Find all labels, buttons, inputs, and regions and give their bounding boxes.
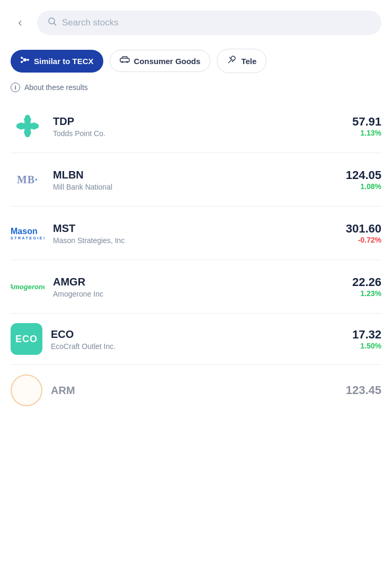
stock-price-mlbn: 124.05	[346, 168, 381, 182]
stock-info-eco: ECO EcoCraft Outlet Inc.	[51, 328, 344, 351]
stock-list: TDP Todds Point Co. 57.91 1.13% MB· MLBN…	[0, 100, 392, 416]
chip-similar-tecx-label: Similar to TECX	[34, 57, 94, 66]
chip-telecom-label: Tele	[241, 57, 256, 66]
stock-change-tdp: 1.13%	[352, 129, 381, 137]
stock-logo-arm	[11, 374, 42, 406]
stock-change-mst: -0.72%	[346, 236, 381, 244]
back-button[interactable]: ‹	[11, 13, 30, 32]
header: ‹ Search stocks	[0, 0, 392, 43]
svg-point-26	[25, 132, 30, 138]
svg-line-1	[54, 23, 56, 25]
stock-logo-amgr: Amogerone	[11, 270, 44, 303]
mlbn-logo-text: MB·	[17, 174, 38, 185]
stock-item-eco[interactable]: ECO ECO EcoCraft Outlet Inc. 17.32 1.50%	[11, 314, 381, 365]
stock-name-eco: EcoCraft Outlet Inc.	[51, 342, 344, 351]
stock-change-eco: 1.50%	[352, 342, 381, 350]
stock-name-mst: Mason Strategies, Inc	[53, 236, 337, 245]
stock-price-mst: 301.60	[346, 222, 381, 236]
stock-info-amgr: AMGR Amogerone Inc	[53, 275, 344, 298]
stock-logo-mlbn: MB·	[11, 163, 44, 196]
stock-price-eco: 17.32	[352, 328, 381, 342]
filter-chips: Similar to TECX Consumer Goods Tele	[0, 43, 392, 81]
satellite-icon	[227, 55, 237, 67]
stock-item-mst[interactable]: Mason STRATEGIES MST Mason Strategies, I…	[11, 207, 381, 260]
svg-point-24	[23, 122, 31, 130]
stock-info-tdp: TDP Todds Point Co.	[53, 115, 344, 138]
chip-consumer-goods[interactable]: Consumer Goods	[110, 50, 211, 72]
stock-price-wrap-mlbn: 124.05 1.08%	[346, 168, 381, 191]
stock-ticker-mlbn: MLBN	[53, 168, 337, 181]
stock-ticker-amgr: AMGR	[53, 275, 344, 288]
stock-info-arm: ARM	[51, 384, 337, 397]
stock-change-amgr: 1.23%	[352, 289, 381, 298]
svg-point-27	[16, 123, 22, 129]
stock-name-tdp: Todds Point Co.	[53, 129, 344, 138]
mst-logo-mason: Mason	[11, 227, 38, 236]
stock-logo-eco: ECO	[11, 323, 42, 355]
share-icon	[20, 55, 30, 67]
stock-name-amgr: Amogerone Inc	[53, 290, 344, 298]
search-bar[interactable]: Search stocks	[37, 11, 381, 35]
stock-name-mlbn: Mill Bank National	[53, 183, 337, 191]
search-placeholder-text: Search stocks	[62, 17, 119, 28]
stock-ticker-tdp: TDP	[53, 115, 344, 128]
stock-item-amgr[interactable]: Amogerone AMGR Amogerone Inc 22.26 1.23%	[11, 260, 381, 314]
stock-change-mlbn: 1.08%	[346, 182, 381, 191]
mst-logo-strategies: STRATEGIES	[11, 236, 44, 240]
search-icon	[48, 17, 57, 29]
stock-info-mlbn: MLBN Mill Bank National	[53, 168, 337, 191]
svg-point-25	[25, 115, 30, 120]
stock-price-wrap-arm: 123.45	[346, 383, 381, 397]
svg-point-11	[126, 61, 128, 63]
chip-telecom[interactable]: Tele	[217, 49, 266, 73]
stock-price-wrap-mst: 301.60 -0.72%	[346, 222, 381, 244]
info-icon: i	[11, 83, 20, 92]
about-results: i About these results	[0, 81, 392, 100]
about-results-text: About these results	[24, 83, 88, 92]
svg-point-10	[121, 61, 123, 63]
svg-line-12	[228, 60, 231, 63]
chip-similar-tecx[interactable]: Similar to TECX	[11, 50, 103, 73]
stock-price-wrap-amgr: 22.26 1.23%	[352, 275, 381, 298]
stock-ticker-arm: ARM	[51, 384, 337, 397]
stock-item-tdp[interactable]: TDP Todds Point Co. 57.91 1.13%	[11, 100, 381, 153]
back-icon: ‹	[18, 16, 22, 30]
stock-price-tdp: 57.91	[352, 115, 381, 129]
stock-ticker-mst: MST	[53, 222, 337, 235]
amgr-logo-text: Amogerone	[11, 283, 44, 291]
stock-item-arm[interactable]: ARM 123.45	[11, 365, 381, 416]
chip-consumer-goods-label: Consumer Goods	[134, 57, 201, 66]
stock-price-arm: 123.45	[346, 383, 381, 397]
stock-price-amgr: 22.26	[352, 275, 381, 289]
stock-logo-tdp	[11, 109, 44, 143]
stock-price-wrap-tdp: 57.91 1.13%	[352, 115, 381, 137]
stock-ticker-eco: ECO	[51, 328, 344, 341]
stock-logo-mst: Mason STRATEGIES	[11, 216, 44, 250]
eco-logo-text: ECO	[15, 334, 38, 345]
svg-point-13	[231, 56, 235, 60]
car-icon	[120, 56, 130, 66]
stock-info-mst: MST Mason Strategies, Inc	[53, 222, 337, 245]
stock-item-mlbn[interactable]: MB· MLBN Mill Bank National 124.05 1.08%	[11, 153, 381, 207]
svg-point-28	[34, 123, 39, 129]
stock-price-wrap-eco: 17.32 1.50%	[352, 328, 381, 350]
